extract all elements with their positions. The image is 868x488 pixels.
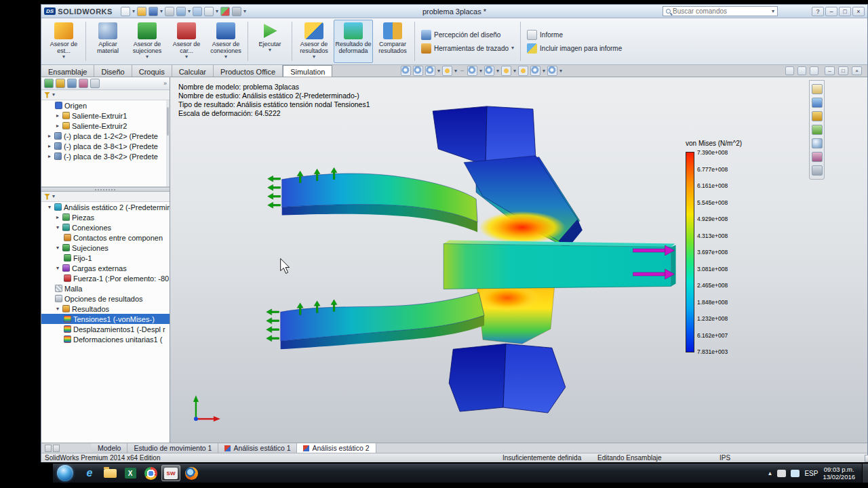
view-settings-icon[interactable] xyxy=(547,66,557,76)
expand-arrow-icon[interactable]: ▾ xyxy=(55,224,60,230)
task-pane-toggle-icon[interactable] xyxy=(810,66,818,75)
ribbon-button-plot-tools[interactable]: Herramientas de trazado ▾ xyxy=(421,43,514,54)
doc-restore-icon[interactable]: □ xyxy=(838,66,848,75)
tree-item-extruir2[interactable]: ▸ Saliente-Extruir2 xyxy=(41,121,170,131)
options-caret-icon[interactable]: ▾ xyxy=(243,9,246,14)
expand-arrow-icon[interactable]: ▾ xyxy=(55,245,60,251)
tree-item-extruir1[interactable]: ▸ Saliente-Extruir1 xyxy=(41,110,170,121)
tree-item-deformaciones1[interactable]: Deformaciones unitarias1 ( xyxy=(41,334,170,344)
print-icon[interactable] xyxy=(165,7,174,16)
tree-item-placa2[interactable]: ▸ (-) placa de 3-8<1> (Predete xyxy=(41,141,170,151)
previous-view-icon[interactable] xyxy=(425,66,435,76)
taskbar-explorer-button[interactable] xyxy=(100,465,119,481)
ribbon-button-compare-results[interactable]: Comparar resultados xyxy=(373,20,412,63)
ribbon-button-run[interactable]: Ejecutar ▾ xyxy=(250,20,290,63)
apply-scene-icon[interactable] xyxy=(530,66,540,76)
tree-item-piezas[interactable]: ▸ Piezas xyxy=(41,212,170,222)
model-tab-estudio-movimiento[interactable]: Estudio de movimiento 1 xyxy=(127,443,218,453)
ribbon-button-connections-advisor[interactable]: Asesor de conexiones ▾ xyxy=(206,20,245,63)
view-settings-caret-icon[interactable]: ▾ xyxy=(559,68,562,74)
ribbon-button-study-advisor[interactable]: Asesor de est... ▾ xyxy=(44,20,83,63)
rebuild-icon[interactable] xyxy=(220,7,230,16)
expand-arrow-icon[interactable]: ▸ xyxy=(47,143,52,149)
tree-scrollbar[interactable] xyxy=(166,100,170,186)
appearances-icon[interactable] xyxy=(812,138,823,148)
units-label[interactable]: IPS xyxy=(719,454,730,462)
tree-item-fijo1[interactable]: Fijo-1 xyxy=(41,253,170,263)
undo-icon[interactable] xyxy=(176,7,186,16)
decals-icon[interactable] xyxy=(812,152,823,162)
zoom-area-icon[interactable] xyxy=(413,66,423,76)
graphics-viewport[interactable]: Nombre de modelo: problema 3placas Nombr… xyxy=(170,77,867,443)
view-palette-icon[interactable] xyxy=(812,125,823,135)
window-layout-icon-1[interactable] xyxy=(785,66,794,75)
filter-caret-icon[interactable]: ▾ xyxy=(52,92,55,98)
expand-arrow-icon[interactable]: ▾ xyxy=(47,204,52,210)
view-orientation-icon[interactable] xyxy=(467,66,477,76)
ribbon-button-design-insight[interactable]: Percepción del diseño xyxy=(421,30,514,40)
ribbon-button-deformed-result[interactable]: Resultado de deformada xyxy=(334,20,373,63)
redo-icon[interactable] xyxy=(193,7,202,16)
tab-simulation[interactable]: Simulation xyxy=(283,65,332,77)
search-caret-icon[interactable]: ▾ xyxy=(772,9,774,14)
save-icon[interactable] xyxy=(149,7,158,16)
previous-view-caret-icon[interactable]: ▾ xyxy=(437,68,440,74)
zoom-fit-icon[interactable] xyxy=(401,66,411,76)
tree-item-tensiones1[interactable]: Tensiones1 (-vonMises-) xyxy=(41,314,170,324)
edit-appearance-icon[interactable] xyxy=(518,66,528,76)
new-file-caret-icon[interactable]: ▾ xyxy=(132,9,135,14)
undo-caret-icon[interactable]: ▾ xyxy=(188,9,191,14)
select-cursor-icon[interactable] xyxy=(204,7,214,16)
options-gear-icon[interactable] xyxy=(232,7,241,16)
ribbon-button-apply-material[interactable]: Aplicar material xyxy=(88,20,127,63)
model-tab-analisis-estatico-1[interactable]: Análisis estático 1 xyxy=(218,443,297,453)
tab-croquis[interactable]: Croquis xyxy=(132,65,172,77)
ribbon-button-loads-advisor[interactable]: Asesor de car... ▾ xyxy=(167,20,206,63)
ribbon-button-report[interactable]: Informe xyxy=(527,30,622,40)
splitter-button-1[interactable] xyxy=(45,445,52,452)
custom-properties-icon[interactable] xyxy=(812,165,823,176)
ribbon-button-include-image[interactable]: Incluir imagen para informe xyxy=(527,43,622,54)
taskbar-solidworks-button[interactable]: SW xyxy=(161,465,180,481)
model-3d-view[interactable] xyxy=(170,77,867,443)
dropdown-caret-icon[interactable]: ▾ xyxy=(511,45,514,51)
expand-arrow-icon[interactable]: ▸ xyxy=(55,123,60,129)
tree-item-conexiones[interactable]: ▾ Conexiones xyxy=(41,222,170,232)
resources-icon[interactable] xyxy=(812,84,823,94)
expand-arrow-icon[interactable]: ▸ xyxy=(47,153,52,159)
taskbar-chrome-button[interactable] xyxy=(141,465,160,481)
command-search[interactable]: ▾ xyxy=(663,6,778,16)
new-file-icon[interactable] xyxy=(121,7,130,16)
dropdown-caret-icon[interactable]: ▾ xyxy=(224,54,227,60)
simulation-filter-bar[interactable]: ▾ xyxy=(41,192,170,202)
language-indicator[interactable]: ESP xyxy=(804,470,818,477)
splitter-button-2[interactable] xyxy=(53,445,60,452)
dimxpert-manager-tab-icon[interactable] xyxy=(79,79,88,88)
display-style-icon[interactable] xyxy=(484,66,494,76)
configuration-manager-tab-icon[interactable] xyxy=(67,79,77,88)
minimize-button[interactable]: – xyxy=(825,7,837,16)
maximize-button[interactable]: □ xyxy=(839,7,851,16)
display-style-caret-icon[interactable]: ▾ xyxy=(496,68,499,74)
select-caret-icon[interactable]: ▾ xyxy=(216,9,218,14)
tray-expand-icon[interactable]: ▲ xyxy=(768,470,773,476)
tree-item-contactos[interactable]: Contactos entre componen xyxy=(41,232,170,243)
hide-show-items-icon[interactable] xyxy=(501,66,511,76)
expand-arrow-icon[interactable]: ▾ xyxy=(55,306,60,312)
start-button[interactable] xyxy=(57,465,73,481)
design-library-icon[interactable] xyxy=(812,98,823,108)
tree-item-opciones-resultados[interactable]: Opciones de resultados xyxy=(41,293,170,304)
doc-close-icon[interactable]: × xyxy=(852,66,862,75)
expand-arrow-icon[interactable]: ▾ xyxy=(55,265,60,271)
view-orientation-caret-icon[interactable]: ▾ xyxy=(479,68,482,74)
tab-diseno[interactable]: Diseño xyxy=(94,65,132,77)
model-tab-analisis-estatico-2[interactable]: Análisis estático 2 xyxy=(297,443,376,453)
taskbar-excel-button[interactable]: X xyxy=(121,465,140,481)
tree-item-malla[interactable]: Malla xyxy=(41,283,170,293)
property-manager-tab-icon[interactable] xyxy=(56,79,65,88)
window-layout-icon-2[interactable] xyxy=(797,66,806,75)
filter-caret-icon[interactable]: ▾ xyxy=(52,194,55,199)
dropdown-caret-icon[interactable]: ▾ xyxy=(62,54,65,60)
save-caret-icon[interactable]: ▾ xyxy=(160,9,163,14)
status-icon-3[interactable] xyxy=(865,455,868,462)
